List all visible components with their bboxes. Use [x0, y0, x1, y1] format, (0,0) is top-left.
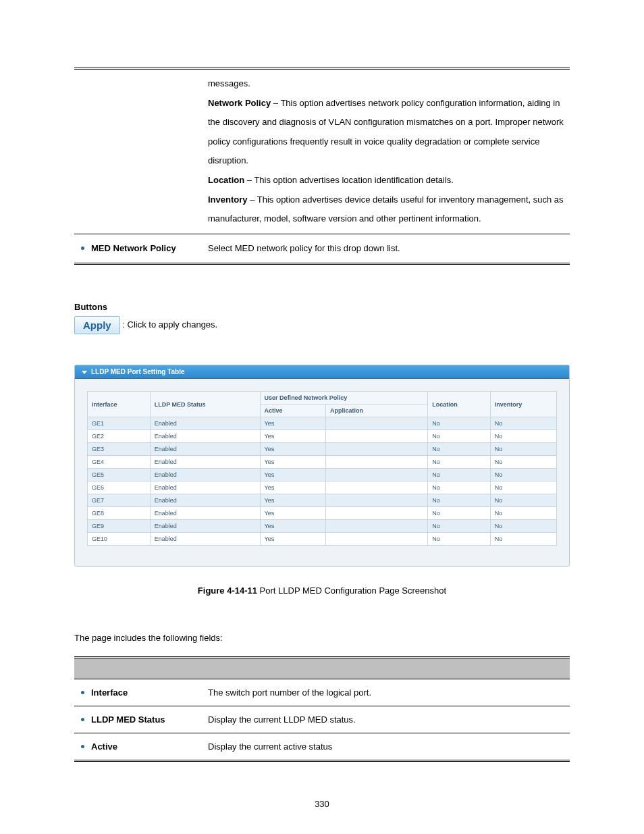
top-param-table: messages. Network Policy – This option a… [74, 68, 570, 265]
table-row: GE1EnabledYesNoNo [88, 417, 557, 430]
cell-app [326, 443, 428, 456]
cell-iface: GE8 [88, 507, 151, 520]
top-desc-cell: messages. Network Policy – This option a… [204, 69, 570, 234]
cell-inv: No [490, 417, 556, 430]
cell-iface: GE3 [88, 443, 151, 456]
cell-active: Yes [260, 469, 325, 481]
cell-loc: No [428, 417, 491, 430]
cell-active: Yes [260, 456, 325, 469]
param-object: Interface [74, 679, 204, 706]
figure-caption-text: Port LLDP MED Configuration Page Screens… [260, 585, 447, 596]
cell-active: Yes [260, 417, 325, 430]
bottom-param-table: InterfaceThe switch port number of the l… [74, 656, 570, 762]
table-row: GE10EnabledYesNoNo [88, 533, 557, 546]
inv-text: – This option advertises device details … [208, 194, 564, 224]
cell-app [326, 533, 428, 546]
cell-active: Yes [260, 533, 325, 546]
cell-inv: No [490, 481, 556, 494]
cell-iface: GE7 [88, 494, 151, 507]
fields-intro: The page includes the following fields: [74, 633, 570, 643]
cell-iface: GE4 [88, 456, 151, 469]
cell-status: Enabled [150, 481, 260, 494]
cell-active: Yes [260, 481, 325, 494]
cell-app [326, 481, 428, 494]
figure-caption-prefix: Figure 4-14-11 [198, 585, 260, 596]
table-row: GE6EnabledYesNoNo [88, 481, 557, 494]
bullet-icon [81, 745, 84, 748]
cell-inv: No [490, 443, 556, 456]
table-row: GE3EnabledYesNoNo [88, 443, 557, 456]
cell-loc: No [428, 533, 491, 546]
cell-inv: No [490, 533, 556, 546]
cell-inv: No [490, 456, 556, 469]
table-row: GE4EnabledYesNoNo [88, 456, 557, 469]
col-interface: Interface [88, 392, 151, 417]
param-object: LLDP MED Status [74, 706, 204, 733]
cell-app [326, 417, 428, 430]
desc-line1: messages. [208, 78, 250, 88]
cell-iface: GE1 [88, 417, 151, 430]
param-desc: Display the current LLDP MED status. [204, 706, 570, 733]
cell-loc: No [428, 481, 491, 494]
cell-active: Yes [260, 494, 325, 507]
table-row: GE5EnabledYesNoNo [88, 469, 557, 481]
col-inventory: Inventory [490, 392, 556, 417]
screenshot-title: LLDP MED Port Setting Table [91, 368, 185, 375]
cell-iface: GE10 [88, 533, 151, 546]
cell-iface: GE9 [88, 520, 151, 533]
col-active: Active [260, 405, 325, 417]
cell-status: Enabled [150, 494, 260, 507]
bottom-h-desc [204, 658, 570, 679]
param-desc: Display the current active status [204, 733, 570, 761]
cell-active: Yes [260, 520, 325, 533]
cell-loc: No [428, 430, 491, 443]
page-number: 330 [74, 799, 570, 809]
cell-loc: No [428, 494, 491, 507]
cell-iface: GE5 [88, 469, 151, 481]
table-row: GE8EnabledYesNoNo [88, 507, 557, 520]
param-row: LLDP MED StatusDisplay the current LLDP … [74, 706, 570, 733]
apply-note: : Click to apply changes. [122, 319, 217, 330]
inv-label: Inventory [208, 194, 248, 205]
port-setting-table: Interface LLDP MED Status User Defined N… [87, 391, 557, 546]
cell-loc: No [428, 507, 491, 520]
figure-caption: Figure 4-14-11 Port LLDP MED Configurati… [74, 585, 570, 596]
screenshot-panel: LLDP MED Port Setting Table Interface LL… [74, 365, 570, 567]
col-policy: User Defined Network Policy [260, 392, 428, 405]
apply-button[interactable]: Apply [74, 316, 120, 334]
table-row: GE2EnabledYesNoNo [88, 430, 557, 443]
bottom-h-object [74, 658, 204, 679]
cell-app [326, 456, 428, 469]
cell-app [326, 494, 428, 507]
cell-loc: No [428, 456, 491, 469]
chevron-down-icon [82, 371, 87, 374]
row2-object: MED Network Policy [91, 243, 176, 253]
cell-loc: No [428, 443, 491, 456]
cell-inv: No [490, 430, 556, 443]
row2-desc: Select MED network policy for this drop … [204, 234, 570, 264]
cell-app [326, 507, 428, 520]
col-application: Application [326, 405, 428, 417]
cell-loc: No [428, 520, 491, 533]
cell-inv: No [490, 520, 556, 533]
cell-app [326, 469, 428, 481]
param-row: ActiveDisplay the current active status [74, 733, 570, 761]
cell-app [326, 430, 428, 443]
bullet-icon [81, 691, 84, 694]
col-location: Location [428, 392, 491, 417]
cell-inv: No [490, 469, 556, 481]
cell-status: Enabled [150, 443, 260, 456]
loc-label: Location [208, 175, 244, 185]
screenshot-header: LLDP MED Port Setting Table [75, 365, 569, 379]
cell-status: Enabled [150, 507, 260, 520]
np-label: Network Policy [208, 98, 271, 108]
cell-loc: No [428, 469, 491, 481]
cell-inv: No [490, 507, 556, 520]
cell-status: Enabled [150, 520, 260, 533]
buttons-block: Buttons Apply : Click to apply changes. [74, 302, 570, 334]
cell-inv: No [490, 494, 556, 507]
cell-iface: GE2 [88, 430, 151, 443]
row2-object-cell: MED Network Policy [74, 234, 204, 264]
cell-status: Enabled [150, 417, 260, 430]
cell-iface: GE6 [88, 481, 151, 494]
